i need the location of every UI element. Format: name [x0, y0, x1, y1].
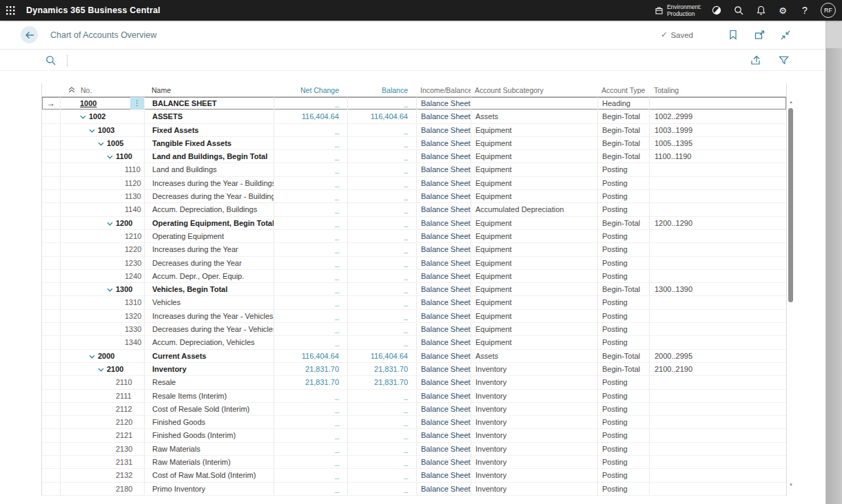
chevron-down-icon[interactable]	[80, 110, 89, 123]
cell-account-type[interactable]: Begin-Total	[597, 350, 649, 362]
cell-net-change[interactable]: _	[274, 124, 347, 136]
cell-net-change[interactable]: _	[274, 230, 347, 242]
cell-net-change[interactable]: _	[274, 137, 347, 149]
cell-name[interactable]: Cost of Resale Sold (Interim)	[144, 403, 274, 415]
cell-balance[interactable]: _	[347, 243, 416, 255]
page-scrollbar-track[interactable]	[825, 21, 842, 504]
cell-income-balance[interactable]: Balance Sheet	[416, 257, 471, 269]
cell-account-type[interactable]: Posting	[597, 483, 649, 495]
table-row[interactable]: 1100Land and Buildings, Begin Total__Bal…	[42, 150, 786, 163]
cell-subcategory[interactable]: Equipment	[471, 217, 597, 229]
row-selector[interactable]	[42, 257, 60, 269]
account-no[interactable]: 1002	[89, 112, 105, 120]
cell-no[interactable]: 1000⋮	[60, 97, 144, 109]
cell-net-change[interactable]: _	[274, 97, 347, 109]
row-selector[interactable]: →	[42, 97, 60, 109]
table-row[interactable]: 1240Accum. Depr., Oper. Equip.__Balance …	[42, 270, 786, 283]
cell-totaling[interactable]	[649, 403, 786, 415]
cell-account-type[interactable]: Posting	[597, 390, 649, 402]
cell-net-change[interactable]: _	[274, 416, 347, 428]
row-selector[interactable]	[42, 350, 60, 362]
cell-name[interactable]: Finished Goods	[144, 416, 274, 428]
cell-subcategory[interactable]: Inventory	[471, 376, 597, 388]
cell-balance[interactable]: _	[347, 124, 416, 136]
cell-income-balance[interactable]: Balance Sheet	[416, 456, 471, 468]
row-selector[interactable]	[42, 150, 60, 162]
account-no[interactable]: 2131	[116, 458, 132, 466]
cell-no[interactable]: 1100	[60, 150, 144, 162]
account-no[interactable]: 2130	[116, 445, 132, 453]
header-no[interactable]: No.	[60, 83, 144, 96]
cell-account-type[interactable]: Posting	[597, 163, 649, 176]
table-row[interactable]: 2100Inventory21,831.7021,831.70Balance S…	[42, 363, 786, 376]
account-no[interactable]: 2100	[107, 365, 123, 373]
cell-balance[interactable]: _	[347, 443, 416, 455]
cell-net-change[interactable]: _	[274, 456, 347, 468]
account-no[interactable]: 1140	[125, 205, 141, 213]
cell-net-change[interactable]: _	[274, 403, 347, 415]
cell-income-balance[interactable]: Balance Sheet	[416, 376, 471, 388]
cell-balance[interactable]: _	[347, 230, 416, 242]
cell-balance[interactable]: _	[347, 483, 416, 495]
cell-totaling[interactable]: 1003..1999	[649, 124, 786, 136]
page-scrollbar-thumb[interactable]	[826, 48, 842, 504]
header-income-balance[interactable]: Income/Balance	[416, 83, 471, 96]
cell-net-change[interactable]: _	[274, 217, 347, 229]
cell-subcategory[interactable]: Equipment	[471, 310, 597, 322]
cell-net-change[interactable]: _	[274, 323, 347, 335]
app-title[interactable]: Dynamics 365 Business Central	[26, 6, 161, 15]
cell-net-change[interactable]: _	[274, 177, 347, 189]
cell-income-balance[interactable]: Balance Sheet	[416, 137, 471, 149]
account-no[interactable]: 1320	[125, 312, 141, 320]
cell-no[interactable]: 2130	[60, 443, 144, 455]
search-icon[interactable]	[728, 0, 750, 21]
cell-account-type[interactable]: Begin-Total	[597, 110, 649, 123]
cell-totaling[interactable]	[649, 230, 786, 242]
cell-income-balance[interactable]: Balance Sheet	[416, 363, 471, 375]
cell-account-type[interactable]: Posting	[597, 230, 649, 242]
cell-account-type[interactable]: Begin-Total	[597, 150, 649, 162]
cell-name[interactable]: Finished Goods (Interim)	[144, 429, 274, 441]
account-no[interactable]: 2110	[116, 378, 132, 386]
cell-subcategory[interactable]: Inventory	[471, 456, 597, 468]
collapse-page-icon[interactable]	[780, 30, 791, 41]
cell-no[interactable]: 1330	[60, 323, 144, 335]
app-launcher-icon[interactable]	[0, 0, 21, 21]
cell-account-type[interactable]: Posting	[597, 469, 649, 481]
cell-account-type[interactable]: Begin-Total	[597, 217, 649, 229]
cell-income-balance[interactable]: Balance Sheet	[416, 323, 471, 335]
cell-subcategory[interactable]: Accumulated Depreciation	[471, 203, 597, 216]
cell-balance[interactable]: _	[347, 390, 416, 402]
table-row[interactable]: 1130Decreases during the Year - Building…	[42, 190, 786, 203]
cell-subcategory[interactable]: Equipment	[471, 177, 597, 189]
cell-income-balance[interactable]: Balance Sheet	[416, 443, 471, 455]
cell-no[interactable]: 1340	[60, 336, 144, 348]
cell-name[interactable]: Raw Materials	[144, 443, 274, 455]
cell-no[interactable]: 2121	[60, 429, 144, 441]
cell-balance[interactable]: _	[347, 323, 416, 335]
table-row[interactable]: 1220Increases during the Year__Balance S…	[42, 243, 786, 256]
row-selector[interactable]	[42, 483, 60, 495]
table-row[interactable]: 1003Fixed Assets__Balance SheetEquipment…	[42, 124, 786, 137]
row-selector[interactable]	[42, 443, 60, 455]
cell-net-change[interactable]: _	[274, 257, 347, 269]
filter-icon[interactable]	[778, 54, 790, 66]
cell-income-balance[interactable]: Balance Sheet	[416, 469, 471, 481]
cell-account-type[interactable]: Begin-Total	[597, 137, 649, 149]
cell-balance[interactable]: _	[347, 150, 416, 162]
cell-balance[interactable]: _	[347, 217, 416, 229]
cell-no[interactable]: 1002	[60, 110, 144, 123]
cell-name[interactable]: Current Assets	[144, 350, 274, 362]
copilot-icon[interactable]	[706, 0, 728, 21]
cell-income-balance[interactable]: Balance Sheet	[416, 203, 471, 216]
account-no[interactable]: 2112	[116, 405, 132, 413]
cell-balance[interactable]: 116,404.64	[347, 110, 416, 123]
cell-balance[interactable]: 21,831.70	[347, 363, 416, 375]
bookmark-icon[interactable]	[728, 30, 739, 41]
account-no[interactable]: 1240	[125, 272, 141, 280]
table-row[interactable]: 1300Vehicles, Begin Total__Balance Sheet…	[42, 283, 786, 296]
search-list-icon[interactable]	[45, 55, 56, 65]
row-selector[interactable]	[42, 363, 60, 375]
cell-net-change[interactable]: _	[274, 336, 347, 348]
cell-no[interactable]: 2000	[60, 350, 144, 362]
